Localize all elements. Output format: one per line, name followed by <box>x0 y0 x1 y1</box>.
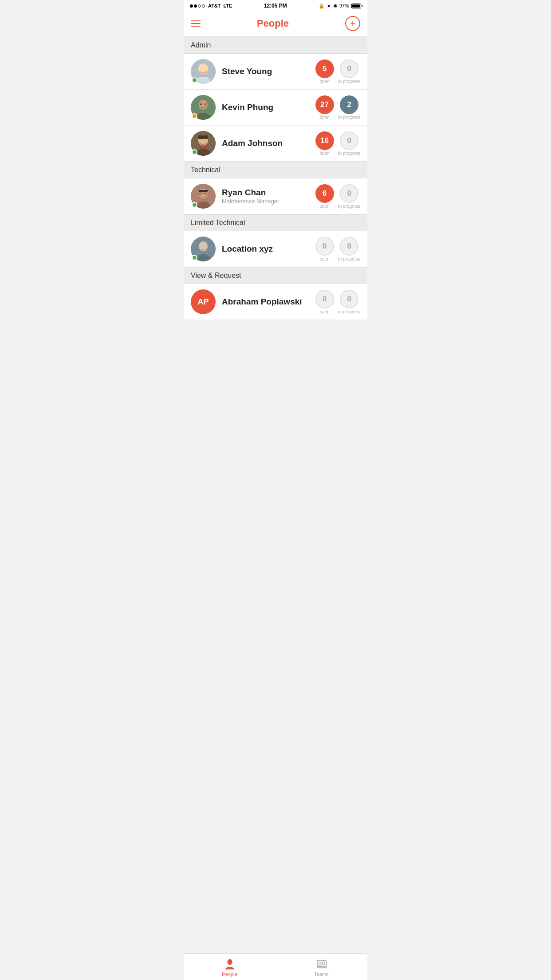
person-card-location-xyz[interactable]: Location xyz 0 open 0 in progress <box>184 231 367 267</box>
progress-count-steve-young: 0 in progress <box>338 59 360 84</box>
open-label-abraham-poplawski: open <box>319 309 329 314</box>
status-bar: AT&T LTE 12:05 PM 🔒 ➤ ✱ 97% <box>184 0 367 11</box>
progress-label-adam-johnson: in progress <box>338 151 360 156</box>
hamburger-line-2 <box>191 23 201 24</box>
person-info-location-xyz: Location xyz <box>216 244 315 254</box>
battery-icon <box>351 4 361 8</box>
bluetooth-icon: ✱ <box>333 3 337 9</box>
section-header-admin: Admin <box>184 37 367 54</box>
open-circle-kevin-phung: 27 <box>315 95 334 114</box>
person-subtitle-ryan-chan: Maintenance Manager <box>222 198 315 205</box>
task-counts-kevin-phung: 27 open 2 in progress <box>315 95 360 120</box>
person-name-location-xyz: Location xyz <box>222 244 315 254</box>
svg-rect-4 <box>199 77 208 79</box>
person-card-abraham-poplawski[interactable]: AP Abraham Poplawski 0 open 0 in progres… <box>184 284 367 320</box>
progress-circle-steve-young: 0 <box>340 59 358 78</box>
progress-label-ryan-chan: in progress <box>338 204 360 209</box>
person-info-abraham-poplawski: Abraham Poplawski <box>216 297 315 307</box>
hamburger-line-1 <box>191 20 201 21</box>
avatar-wrap-ryan-chan <box>191 184 216 209</box>
person-card-steve-young[interactable]: Steve Young 5 open 0 in progress <box>184 54 367 90</box>
progress-count-abraham-poplawski: 0 in progress <box>338 290 360 314</box>
open-circle-adam-johnson: 16 <box>315 131 334 150</box>
avatar-wrap-steve-young <box>191 59 216 84</box>
page-title: People <box>257 18 289 29</box>
svg-rect-12 <box>198 135 208 139</box>
battery-percent: 97% <box>339 3 349 8</box>
signal-dot-1 <box>190 4 193 8</box>
signal-dots <box>190 4 205 8</box>
person-card-ryan-chan[interactable]: Ryan Chan Maintenance Manager 6 open 0 i… <box>184 178 367 214</box>
time-label: 12:05 PM <box>264 3 287 9</box>
status-dot-ryan-chan <box>192 202 197 208</box>
menu-button[interactable] <box>191 20 201 27</box>
status-dot-location-xyz <box>192 255 197 261</box>
open-label-adam-johnson: open <box>319 151 329 156</box>
open-count-ryan-chan: 6 open <box>315 184 334 209</box>
open-label-location-xyz: open <box>319 257 329 261</box>
open-count-location-xyz: 0 open <box>315 237 334 261</box>
task-counts-abraham-poplawski: 0 open 0 in progress <box>315 290 360 314</box>
person-info-adam-johnson: Adam Johnson <box>216 138 315 148</box>
open-circle-location-xyz: 0 <box>315 237 334 256</box>
section-header-limited-technical: Limited Technical <box>184 214 367 231</box>
open-circle-steve-young: 5 <box>315 59 334 78</box>
status-right: 🔒 ➤ ✱ 97% <box>319 3 361 9</box>
signal-dot-4 <box>202 4 205 8</box>
person-name-abraham-poplawski: Abraham Poplawski <box>222 297 315 307</box>
svg-rect-14 <box>200 146 207 149</box>
avatar-wrap-abraham-poplawski: AP <box>191 289 216 314</box>
progress-label-steve-young: in progress <box>338 79 360 84</box>
network-label: LTE <box>224 3 232 8</box>
avatar-wrap-adam-johnson <box>191 131 216 156</box>
status-dot-steve-young <box>192 77 197 83</box>
hamburger-line-3 <box>191 26 201 27</box>
person-name-adam-johnson: Adam Johnson <box>222 138 315 148</box>
content-area: Admin Steve Young 5 <box>184 37 367 349</box>
open-label-ryan-chan: open <box>319 204 329 209</box>
plus-icon: + <box>350 19 355 28</box>
svg-rect-17 <box>199 190 208 192</box>
person-card-kevin-phung[interactable]: Kevin Phung 27 open 2 in progress <box>184 90 367 126</box>
carrier-label: AT&T <box>208 3 221 8</box>
progress-circle-location-xyz: 0 <box>340 237 358 256</box>
open-count-adam-johnson: 16 open <box>315 131 334 156</box>
avatar-wrap-location-xyz <box>191 237 216 261</box>
progress-count-adam-johnson: 0 in progress <box>338 131 360 156</box>
person-card-adam-johnson[interactable]: Adam Johnson 16 open 0 in progress <box>184 126 367 162</box>
progress-count-kevin-phung: 2 in progress <box>338 95 360 120</box>
progress-circle-adam-johnson: 0 <box>340 131 358 150</box>
progress-label-location-xyz: in progress <box>338 257 360 261</box>
progress-count-ryan-chan: 0 in progress <box>338 184 360 209</box>
person-name-steve-young: Steve Young <box>222 67 315 76</box>
battery-fill <box>352 4 360 8</box>
status-dot-adam-johnson <box>192 149 197 155</box>
status-left: AT&T LTE <box>190 3 232 8</box>
avatar-wrap-kevin-phung <box>191 95 216 120</box>
open-circle-ryan-chan: 6 <box>315 184 334 203</box>
open-label-steve-young: open <box>319 79 329 84</box>
progress-circle-kevin-phung: 2 <box>340 95 358 114</box>
task-counts-location-xyz: 0 open 0 in progress <box>315 237 360 261</box>
lock-icon: 🔒 <box>319 3 325 9</box>
person-name-ryan-chan: Ryan Chan <box>222 188 315 198</box>
progress-circle-abraham-poplawski: 0 <box>340 290 358 308</box>
person-info-ryan-chan: Ryan Chan Maintenance Manager <box>216 188 315 205</box>
signal-dot-2 <box>194 4 197 8</box>
task-counts-ryan-chan: 6 open 0 in progress <box>315 184 360 209</box>
task-counts-steve-young: 5 open 0 in progress <box>315 59 360 84</box>
location-icon: ➤ <box>327 3 331 9</box>
header: People + <box>184 11 367 37</box>
add-person-button[interactable]: + <box>345 16 360 31</box>
open-count-kevin-phung: 27 open <box>315 95 334 120</box>
status-dot-kevin-phung <box>192 113 197 119</box>
person-info-kevin-phung: Kevin Phung <box>216 103 315 112</box>
open-circle-abraham-poplawski: 0 <box>315 290 334 308</box>
person-name-kevin-phung: Kevin Phung <box>222 103 315 112</box>
progress-count-location-xyz: 0 in progress <box>338 237 360 261</box>
progress-label-kevin-phung: in progress <box>338 115 360 120</box>
person-info-steve-young: Steve Young <box>216 67 315 76</box>
progress-label-abraham-poplawski: in progress <box>338 309 360 314</box>
open-label-kevin-phung: open <box>319 115 329 120</box>
open-count-steve-young: 5 open <box>315 59 334 84</box>
